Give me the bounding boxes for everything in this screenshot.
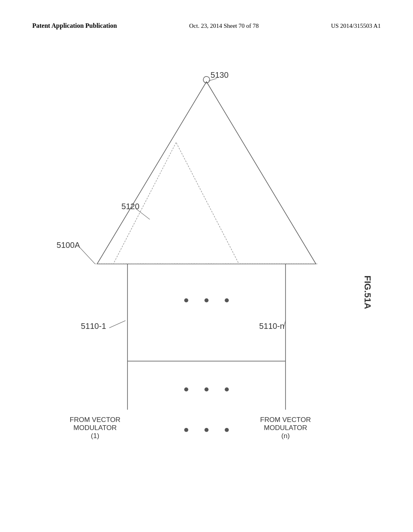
dot-btm-3 <box>225 428 229 432</box>
dot-mid-1 <box>184 298 188 302</box>
diagram-svg: 5130 5100A 5120 5110-1 5110-n FROM VECTO… <box>32 64 381 492</box>
outer-triangle <box>97 82 316 264</box>
label-from-vector-1-line2: MODULATOR <box>73 424 117 432</box>
label-5110-1: 5110-1 <box>81 322 106 330</box>
arrow-5100A <box>79 247 95 264</box>
dot-btm-1 <box>184 428 188 432</box>
arrow-5120 <box>136 208 150 219</box>
label-from-vector-1-line3: (1) <box>91 432 99 440</box>
label-5130: 5130 <box>211 71 229 79</box>
header: Patent Application Publication Oct. 23, … <box>32 22 381 29</box>
header-right: US 2014/315503 A1 <box>331 23 381 29</box>
label-from-vector-n-line1: FROM VECTOR <box>260 416 311 424</box>
dot-bot-3 <box>225 387 229 391</box>
dot-mid-3 <box>225 298 229 302</box>
figure-label: FIG.51A <box>363 275 373 309</box>
dot-bot-2 <box>204 387 209 391</box>
label-5100A: 5100A <box>56 241 80 249</box>
page: Patent Application Publication Oct. 23, … <box>0 0 413 532</box>
header-left: Patent Application Publication <box>32 22 117 29</box>
diagram-container: 5130 5100A 5120 5110-1 5110-n FROM VECTO… <box>32 64 381 492</box>
arrow-5110-1 <box>109 320 125 328</box>
dot-btm-2 <box>204 428 209 432</box>
label-5110-n: 5110-n <box>259 322 285 330</box>
dot-bot-1 <box>184 387 188 391</box>
label-from-vector-n-line3: (n) <box>281 432 290 440</box>
dot-mid-2 <box>204 298 209 302</box>
label-from-vector-n-line2: MODULATOR <box>264 424 307 432</box>
header-center: Oct. 23, 2014 Sheet 70 of 78 <box>189 23 259 29</box>
label-from-vector-1-line1: FROM VECTOR <box>70 416 121 424</box>
